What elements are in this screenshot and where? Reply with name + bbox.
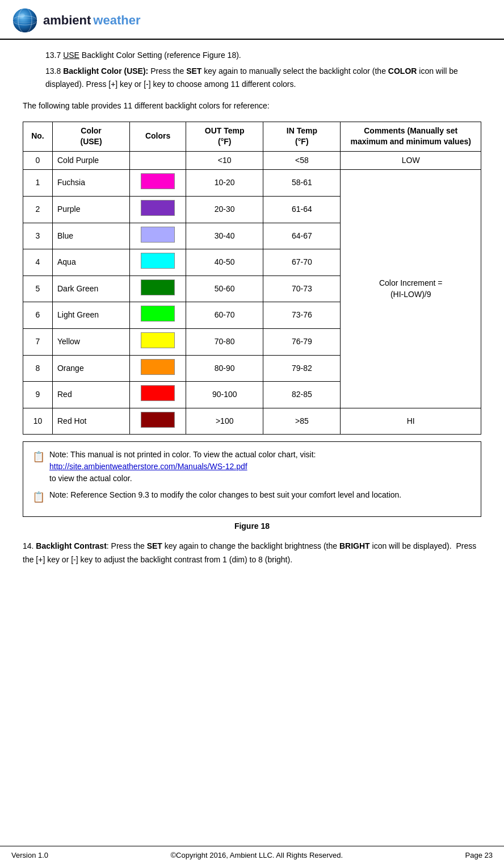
cell-out-temp: 40-50 <box>186 249 263 276</box>
color-swatch <box>141 227 175 243</box>
cell-colors <box>130 151 186 170</box>
logo-container: ambient weather <box>11 7 141 34</box>
cell-colors <box>130 196 186 223</box>
cell-color-use: Red Hot <box>52 408 129 435</box>
cell-no: 1 <box>23 170 53 197</box>
color-swatch <box>141 279 175 295</box>
color-swatch <box>141 200 175 216</box>
cell-in-temp: 61-64 <box>263 196 341 223</box>
logo-weather-text: weather <box>93 13 140 28</box>
col-header-no: No. <box>23 122 53 151</box>
page-container: ambient weather 13.7 USE Backlight Color… <box>0 0 504 864</box>
footer-page: Page 23 <box>465 851 493 859</box>
col-header-out-temp: OUT Temp(°F) <box>186 122 263 151</box>
color-table: No. Color(USE) Colors OUT Temp(°F) IN Te… <box>23 122 481 435</box>
section-13-7-block: 13.7 USE Backlight Color Setting (refere… <box>45 49 481 90</box>
cell-no: 2 <box>23 196 53 223</box>
cell-out-temp: 70-80 <box>186 328 263 355</box>
footer-version: Version 1.0 <box>11 851 48 859</box>
cell-out-temp: 50-60 <box>186 276 263 302</box>
cell-color-use: Yellow <box>52 328 129 355</box>
cell-out-temp: <10 <box>186 151 263 170</box>
cell-no: 3 <box>23 223 53 249</box>
cell-in-temp: 64-67 <box>263 223 341 249</box>
footer: Version 1.0 ©Copyright 2016, Ambient LLC… <box>0 846 504 864</box>
cell-in-temp: 67-70 <box>263 249 341 276</box>
cell-colors <box>130 249 186 276</box>
footer-copyright: ©Copyright 2016, Ambient LLC. All Rights… <box>170 851 343 859</box>
color-swatch <box>141 385 175 401</box>
section-14-block: 14. Backlight Contrast: Press the SET ke… <box>23 540 481 567</box>
cell-colors <box>130 355 186 382</box>
note-1-line: 📋 Note: This manual is not printed in co… <box>32 449 472 485</box>
logo-ambient-text: ambient <box>43 13 91 28</box>
cell-colors <box>130 408 186 435</box>
cell-colors <box>130 223 186 249</box>
cell-comments: HI <box>341 408 481 435</box>
figure-caption: Figure 18 <box>23 521 481 531</box>
cell-out-temp: 30-40 <box>186 223 263 249</box>
section-13-7-text: 13.7 USE Backlight Color Setting (refere… <box>45 49 481 61</box>
cell-no: 9 <box>23 382 53 408</box>
cell-no: 6 <box>23 302 53 329</box>
cell-no: 0 <box>23 151 53 170</box>
cell-colors <box>130 170 186 197</box>
cell-color-use: Orange <box>52 355 129 382</box>
cell-color-use: Purple <box>52 196 129 223</box>
cell-color-use: Dark Green <box>52 276 129 302</box>
cell-comments: LOW <box>341 151 481 170</box>
note-1-content: Note: This manual is not printed in colo… <box>49 450 316 459</box>
note-1-icon: 📋 <box>32 449 45 465</box>
col-header-in-temp: IN Temp(°F) <box>263 122 341 151</box>
note-2-icon: 📋 <box>32 490 45 505</box>
note-2-text: Note: Reference Section 9.3 to modify th… <box>49 489 472 501</box>
note-1-text: Note: This manual is not printed in colo… <box>49 449 472 485</box>
cell-color-use: Cold Purple <box>52 151 129 170</box>
cell-in-temp: <58 <box>263 151 341 170</box>
table-body: 0Cold Purple<10<58LOW1Fuchsia10-2058-61C… <box>23 151 481 435</box>
cell-no: 5 <box>23 276 53 302</box>
col-header-colors: Colors <box>130 122 186 151</box>
cell-in-temp: 58-61 <box>263 170 341 197</box>
note-1-after: to view the actual color. <box>49 474 132 483</box>
table-header-row: No. Color(USE) Colors OUT Temp(°F) IN Te… <box>23 122 481 151</box>
cell-out-temp: 60-70 <box>186 302 263 329</box>
cell-color-use: Aqua <box>52 249 129 276</box>
cell-in-temp: 76-79 <box>263 328 341 355</box>
logo-globe-icon <box>11 7 39 34</box>
logo-text: ambient weather <box>43 13 141 28</box>
color-swatch <box>141 412 175 428</box>
cell-in-temp: 82-85 <box>263 382 341 408</box>
cell-out-temp: 20-30 <box>186 196 263 223</box>
cell-color-use: Red <box>52 382 129 408</box>
section-13-8-text: 13.8 Backlight Color (USE): Press the SE… <box>45 65 481 90</box>
notes-area: 📋 Note: This manual is not printed in co… <box>23 441 481 517</box>
cell-no: 8 <box>23 355 53 382</box>
cell-comments-merged: Color Increment =(HI-LOW)/9 <box>341 170 481 408</box>
cell-out-temp: >100 <box>186 408 263 435</box>
cell-no: 4 <box>23 249 53 276</box>
cell-color-use: Blue <box>52 223 129 249</box>
cell-out-temp: 80-90 <box>186 355 263 382</box>
cell-no: 7 <box>23 328 53 355</box>
cell-in-temp: >85 <box>263 408 341 435</box>
cell-color-use: Fuchsia <box>52 170 129 197</box>
cell-in-temp: 73-76 <box>263 302 341 329</box>
note-1-link[interactable]: http://site.ambientweatherstore.com/Manu… <box>49 462 247 471</box>
cell-colors <box>130 328 186 355</box>
table-row: 0Cold Purple<10<58LOW <box>23 151 481 170</box>
intro-paragraph: The following table provides 11 differen… <box>23 99 481 112</box>
cell-out-temp: 10-20 <box>186 170 263 197</box>
cell-colors <box>130 302 186 329</box>
table-row: 1Fuchsia10-2058-61Color Increment =(HI-L… <box>23 170 481 197</box>
cell-out-temp: 90-100 <box>186 382 263 408</box>
note-2-line: 📋 Note: Reference Section 9.3 to modify … <box>32 489 472 505</box>
color-swatch <box>141 359 175 375</box>
header: ambient weather <box>0 0 504 40</box>
cell-no: 10 <box>23 408 53 435</box>
color-swatch <box>141 253 175 269</box>
color-swatch <box>141 332 175 348</box>
cell-in-temp: 79-82 <box>263 355 341 382</box>
main-content: 13.7 USE Backlight Color Setting (refere… <box>0 40 504 846</box>
cell-color-use: Light Green <box>52 302 129 329</box>
